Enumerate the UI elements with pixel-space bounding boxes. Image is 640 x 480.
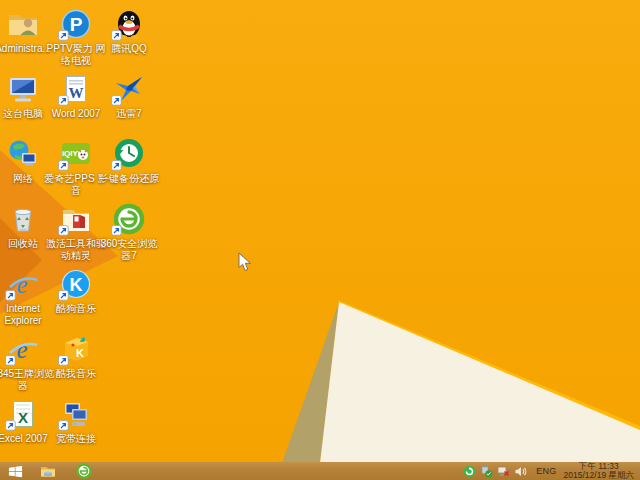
shortcut-arrow-icon <box>5 420 16 431</box>
windows-logo-icon <box>7 464 24 479</box>
start-button[interactable] <box>0 462 30 480</box>
iqiyi-icon <box>60 138 92 170</box>
shortcut-arrow-icon <box>5 355 16 366</box>
desktop-icon-broadband[interactable]: 宽带连接 <box>49 398 103 445</box>
shortcut-arrow-icon <box>58 160 69 171</box>
browser-360-taskbar-icon <box>76 463 92 479</box>
taskbar-clock[interactable]: 下午 11:33 2015/12/19 星期六 <box>564 462 634 480</box>
desktop-icon-label: 腾讯QQ <box>96 43 162 55</box>
shortcut-arrow-icon <box>58 225 69 236</box>
tools-folder-icon <box>60 203 92 235</box>
desktop-icon-label: 一键备份还原 <box>96 173 162 185</box>
system-tray: ENG 下午 11:33 2015/12/19 星期六 <box>463 462 640 480</box>
tray-volume[interactable] <box>514 465 527 478</box>
tray-volume-icon <box>514 465 527 478</box>
tray-360-icon <box>463 465 476 478</box>
desktop-icon-qq[interactable]: 腾讯QQ <box>102 8 156 55</box>
qq-icon <box>113 8 145 40</box>
network-icon <box>7 138 39 170</box>
broadband-icon <box>60 398 92 430</box>
desktop-icon-internet-explorer[interactable]: Internet Explorer <box>0 268 50 326</box>
backup-restore-icon <box>113 138 145 170</box>
file-explorer-icon <box>40 463 56 479</box>
tray-safely-remove[interactable] <box>480 465 493 478</box>
kuwo-icon <box>60 333 92 365</box>
recycle-bin-icon <box>7 203 39 235</box>
shortcut-arrow-icon <box>58 30 69 41</box>
pptv-icon <box>60 8 92 40</box>
shortcut-arrow-icon <box>58 355 69 366</box>
desktop-icon-word[interactable]: Word 2007 <box>49 73 103 120</box>
desktop-icon-label: 酷我音乐 <box>43 368 109 380</box>
desktop-icon-iqiyi[interactable]: 爱奇艺PPS 影音 <box>49 138 103 196</box>
desktop-icon-label: 酷狗音乐 <box>43 303 109 315</box>
desktop-icon-tools-folder[interactable]: 激活工具和驱动精灵 <box>49 203 103 261</box>
tray-360[interactable] <box>463 465 476 478</box>
xunlei-icon <box>113 73 145 105</box>
shortcut-arrow-icon <box>5 290 16 301</box>
wallpaper-fold-cream <box>318 302 640 480</box>
shortcut-arrow-icon <box>111 30 122 41</box>
shortcut-arrow-icon <box>58 95 69 106</box>
desktop-icon-xunlei[interactable]: 迅雷7 <box>102 73 156 120</box>
shortcut-arrow-icon <box>111 160 122 171</box>
taskbar-app-file-explorer[interactable] <box>39 463 56 480</box>
taskbar: ENG 下午 11:33 2015/12/19 星期六 <box>0 462 640 480</box>
word-icon <box>60 73 92 105</box>
excel-icon <box>7 398 39 430</box>
desktop-icon-browser-360[interactable]: 360安全浏览器7 <box>102 203 156 261</box>
tray-icons <box>463 465 531 478</box>
desktop-background: Administra...PPTV聚力 网络电视腾讯QQ这台电脑Word 200… <box>0 0 640 462</box>
desktop-icon-kuwo[interactable]: 酷我音乐 <box>49 333 103 380</box>
shortcut-arrow-icon <box>58 420 69 431</box>
kugou-icon <box>60 268 92 300</box>
taskbar-pinned-apps <box>30 463 102 480</box>
user-folder-icon <box>7 8 39 40</box>
taskbar-app-browser-360-taskbar[interactable] <box>75 463 92 480</box>
desktop-icon-kugou[interactable]: 酷狗音乐 <box>49 268 103 315</box>
tray-safely-remove-icon <box>480 465 493 478</box>
tray-network-error[interactable] <box>497 465 510 478</box>
this-pc-icon <box>7 73 39 105</box>
desktop-icon-label: 360安全浏览器7 <box>96 238 162 261</box>
clock-date: 2015/12/19 星期六 <box>564 471 634 480</box>
desktop-icon-pptv[interactable]: PPTV聚力 网络电视 <box>49 8 103 66</box>
shortcut-arrow-icon <box>58 290 69 301</box>
internet-explorer-icon <box>7 268 39 300</box>
desktop-icon-label: 迅雷7 <box>96 108 162 120</box>
desktop-icon-backup-restore[interactable]: 一键备份还原 <box>102 138 156 185</box>
shortcut-arrow-icon <box>111 225 122 236</box>
desktop-icon-browser-2345[interactable]: 2345王牌浏览器 <box>0 333 50 391</box>
browser-360-icon <box>113 203 145 235</box>
language-indicator[interactable]: ENG <box>536 466 556 476</box>
desktop-icon-label: 宽带连接 <box>43 433 109 445</box>
tray-network-error-icon <box>497 465 510 478</box>
shortcut-arrow-icon <box>111 95 122 106</box>
browser-2345-icon <box>7 333 39 365</box>
